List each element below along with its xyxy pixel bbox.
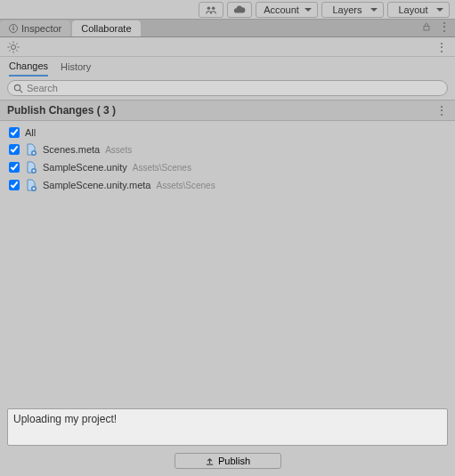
svg-rect-3 bbox=[12, 28, 13, 30]
svg-line-14 bbox=[16, 43, 17, 44]
file-added-icon bbox=[25, 161, 37, 173]
collaborate-subtabs: Changes History bbox=[0, 57, 455, 77]
svg-point-4 bbox=[12, 26, 14, 28]
search-input[interactable] bbox=[27, 83, 442, 93]
checkbox-file[interactable] bbox=[9, 144, 20, 155]
lock-icon[interactable] bbox=[421, 21, 432, 32]
section-menu-icon[interactable]: ⋮ bbox=[435, 104, 448, 117]
svg-line-16 bbox=[20, 90, 22, 93]
file-name: SampleScene.unity bbox=[43, 162, 127, 173]
collab-status-button[interactable] bbox=[199, 2, 223, 18]
publish-changes-header: Publish Changes ( 3 ) ⋮ bbox=[0, 100, 455, 121]
account-dropdown[interactable]: Account bbox=[256, 2, 318, 18]
svg-point-15 bbox=[14, 85, 20, 90]
subbar-menu-icon[interactable]: ⋮ bbox=[435, 41, 448, 53]
file-row-all: All bbox=[0, 125, 455, 141]
svg-point-0 bbox=[207, 6, 211, 10]
commit-area: Publish bbox=[0, 403, 455, 476]
changes-file-list: All Scenes.meta Assets SampleScene.unity… bbox=[0, 121, 455, 198]
file-path: Assets\Scenes bbox=[133, 163, 191, 173]
search-icon bbox=[13, 84, 23, 93]
file-path: Assets bbox=[105, 145, 132, 155]
checkbox-file[interactable] bbox=[9, 162, 20, 173]
top-toolbar: Account Layers Layout bbox=[0, 0, 455, 20]
panel-tabs: Inspector Collaborate ⋮ bbox=[0, 20, 455, 37]
svg-line-13 bbox=[9, 50, 10, 51]
publish-button-label: Publish bbox=[218, 456, 250, 466]
layout-dropdown[interactable]: Layout bbox=[387, 2, 450, 18]
tab-collaborate-label: Collaborate bbox=[81, 23, 131, 34]
svg-rect-5 bbox=[424, 27, 429, 31]
search-row bbox=[0, 77, 455, 100]
all-label: All bbox=[25, 127, 36, 138]
file-name: SampleScene.unity.meta bbox=[43, 180, 150, 190]
layers-label: Layers bbox=[332, 4, 362, 15]
svg-point-6 bbox=[12, 44, 16, 49]
tab-collaborate[interactable]: Collaborate bbox=[72, 20, 140, 36]
search-box[interactable] bbox=[7, 80, 448, 96]
account-label: Account bbox=[264, 4, 299, 15]
file-row: SampleScene.unity Assets\Scenes bbox=[0, 158, 455, 176]
publish-changes-title: Publish Changes ( 3 ) bbox=[7, 104, 116, 117]
checkbox-file[interactable] bbox=[9, 180, 20, 190]
panel-menu-icon[interactable]: ⋮ bbox=[439, 21, 450, 32]
commit-message-input[interactable] bbox=[7, 408, 448, 446]
svg-line-12 bbox=[16, 50, 17, 51]
layout-label: Layout bbox=[398, 4, 427, 15]
checkbox-all[interactable] bbox=[9, 127, 20, 138]
collaborate-subbar: ⋮ bbox=[0, 37, 455, 57]
upload-icon bbox=[205, 456, 215, 466]
svg-line-11 bbox=[9, 43, 10, 44]
layers-dropdown[interactable]: Layers bbox=[321, 2, 384, 18]
svg-point-1 bbox=[212, 6, 215, 10]
file-row: Scenes.meta Assets bbox=[0, 141, 455, 158]
cloud-button[interactable] bbox=[227, 2, 252, 18]
tab-inspector[interactable]: Inspector bbox=[0, 20, 70, 36]
file-name: Scenes.meta bbox=[43, 144, 100, 155]
file-added-icon bbox=[25, 143, 37, 156]
info-icon bbox=[9, 24, 18, 33]
file-path: Assets\Scenes bbox=[156, 181, 215, 190]
tab-inspector-label: Inspector bbox=[21, 23, 61, 34]
publish-button[interactable]: Publish bbox=[175, 453, 281, 469]
subtab-changes[interactable]: Changes bbox=[9, 57, 48, 77]
file-added-icon bbox=[25, 179, 37, 191]
cloud-icon bbox=[233, 4, 246, 15]
light-icon[interactable] bbox=[7, 41, 20, 53]
collab-icon bbox=[205, 4, 217, 16]
file-row: SampleScene.unity.meta Assets\Scenes bbox=[0, 176, 455, 194]
subtab-history[interactable]: History bbox=[61, 58, 91, 76]
